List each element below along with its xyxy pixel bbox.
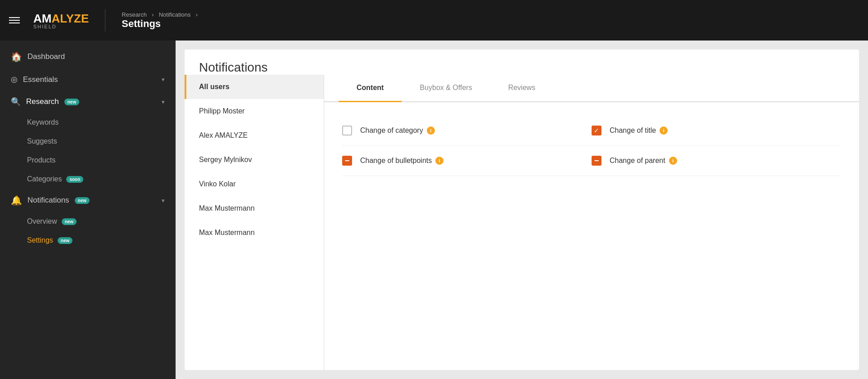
setting-row-category: Change of category i	[342, 116, 592, 146]
breadcrumb: Research › Notifications ›	[122, 11, 199, 18]
user-label-philipp: Philipp Moster	[199, 107, 244, 115]
setting-text-bulletpoints: Change of bulletpoints	[360, 157, 432, 165]
setting-label-parent: Change of parent i	[610, 157, 677, 165]
content-area: Notifications All users Philipp Moster A…	[176, 41, 868, 379]
info-icon-title[interactable]: i	[660, 126, 668, 135]
setting-text-title: Change of title	[610, 126, 656, 135]
bell-icon: 🔔	[11, 195, 22, 206]
tab-buybox-label: Buybox & Offers	[420, 84, 472, 91]
info-icon-bulletpoints[interactable]: i	[435, 157, 443, 165]
user-label-max1: Max Mustermann	[199, 204, 255, 212]
sidebar-label-suggests: Suggests	[27, 137, 57, 145]
main-layout: 🏠 Dashboard ◎ Essentials ▾ 🔍 Research ne…	[0, 41, 868, 379]
info-icon-category[interactable]: i	[427, 126, 435, 135]
tab-reviews-label: Reviews	[508, 84, 535, 91]
sidebar-label-overview: Overview	[27, 217, 57, 226]
sidebar-item-notifications[interactable]: 🔔 Notifications new ▾	[0, 189, 176, 212]
sidebar-label-keywords: Keywords	[27, 118, 59, 126]
page-title: Notifications	[199, 60, 845, 75]
sidebar-label-settings: Settings	[27, 236, 53, 244]
sidebar-item-dashboard[interactable]: 🏠 Dashboard	[0, 45, 176, 68]
setting-text-parent: Change of parent	[610, 157, 665, 165]
card-header: Notifications	[185, 50, 859, 75]
setting-row-parent: − Change of parent i	[592, 146, 841, 176]
tab-reviews[interactable]: Reviews	[490, 75, 553, 102]
topbar: AMALYZE SHIELD Research › Notifications …	[0, 0, 868, 41]
sidebar-item-overview[interactable]: Overview new	[0, 212, 176, 231]
chevron-down-icon-research: ▾	[162, 99, 165, 105]
checkbox-title[interactable]: ✓	[592, 126, 601, 135]
user-label-alex: Alex AMALYZE	[199, 131, 248, 139]
notifications-badge: new	[75, 197, 90, 204]
logo-shield: SHIELD	[33, 24, 57, 29]
user-item-sergey[interactable]: Sergey Mylnikov	[185, 148, 324, 172]
sidebar: 🏠 Dashboard ◎ Essentials ▾ 🔍 Research ne…	[0, 41, 176, 379]
user-label-all: All users	[199, 83, 230, 90]
sidebar-item-keywords[interactable]: Keywords	[0, 113, 176, 132]
topbar-divider	[105, 9, 105, 32]
user-label-max2: Max Mustermann	[199, 229, 255, 236]
sidebar-label-research: Research	[26, 97, 59, 106]
research-badge: new	[64, 99, 79, 105]
setting-row-title: ✓ Change of title i	[592, 116, 841, 146]
breadcrumb-area: Research › Notifications › Settings	[122, 11, 199, 30]
user-label-sergey: Sergey Mylnikov	[199, 156, 252, 163]
settings-badge: new	[58, 237, 72, 244]
logo: AMALYZE SHIELD	[33, 12, 89, 29]
menu-button[interactable]	[9, 17, 20, 23]
home-icon: 🏠	[11, 51, 22, 62]
logo-am: AM	[33, 12, 51, 25]
settings-panel: Content Buybox & Offers Reviews	[324, 75, 859, 370]
chevron-down-icon: ▾	[162, 76, 165, 83]
user-label-vinko: Vinko Kolar	[199, 180, 236, 188]
user-item-max2[interactable]: Max Mustermann	[185, 221, 324, 245]
overview-badge: new	[62, 218, 77, 225]
sidebar-label-notifications: Notifications	[27, 196, 69, 205]
setting-label-title: Change of title i	[610, 126, 668, 135]
checkbox-category[interactable]	[342, 126, 352, 135]
tab-content-label: Content	[357, 84, 384, 91]
user-item-philipp[interactable]: Philipp Moster	[185, 99, 324, 123]
sidebar-label-categories: Categories	[27, 175, 62, 183]
essentials-icon: ◎	[11, 75, 18, 84]
tabs-bar: Content Buybox & Offers Reviews	[324, 75, 859, 102]
sidebar-label-dashboard: Dashboard	[27, 52, 65, 61]
chevron-down-icon-notifications: ▾	[162, 197, 165, 204]
sidebar-item-essentials[interactable]: ◎ Essentials ▾	[0, 68, 176, 90]
sidebar-item-products[interactable]: Products	[0, 151, 176, 170]
card-body: All users Philipp Moster Alex AMALYZE Se…	[185, 75, 859, 370]
checkbox-parent[interactable]: −	[592, 156, 601, 166]
sidebar-item-suggests[interactable]: Suggests	[0, 132, 176, 151]
user-item-alex[interactable]: Alex AMALYZE	[185, 123, 324, 148]
sidebar-label-essentials: Essentials	[23, 75, 58, 84]
page-title-top: Settings	[122, 18, 199, 30]
categories-badge: soon	[66, 176, 83, 183]
checkbox-bulletpoints[interactable]: −	[342, 156, 352, 166]
setting-text-category: Change of category	[360, 126, 423, 135]
user-item-max1[interactable]: Max Mustermann	[185, 196, 324, 221]
setting-row-bulletpoints: − Change of bulletpoints i	[342, 146, 592, 176]
sidebar-item-settings[interactable]: Settings new	[0, 231, 176, 250]
tab-content[interactable]: Content	[339, 75, 402, 102]
tab-buybox[interactable]: Buybox & Offers	[402, 75, 490, 102]
search-icon: 🔍	[11, 97, 21, 107]
sidebar-item-research[interactable]: 🔍 Research new ▾	[0, 90, 176, 113]
user-item-vinko[interactable]: Vinko Kolar	[185, 172, 324, 196]
setting-label-bulletpoints: Change of bulletpoints i	[360, 157, 443, 165]
sidebar-item-categories[interactable]: Categories soon	[0, 170, 176, 189]
info-icon-parent[interactable]: i	[669, 157, 677, 165]
user-list: All users Philipp Moster Alex AMALYZE Se…	[185, 75, 324, 370]
setting-label-category: Change of category i	[360, 126, 435, 135]
settings-grid: Change of category i ✓ Change of title i	[324, 102, 859, 190]
sidebar-label-products: Products	[27, 156, 55, 164]
content-card: Notifications All users Philipp Moster A…	[185, 50, 859, 370]
user-item-all[interactable]: All users	[185, 75, 324, 99]
logo-alyze: ALYZE	[51, 12, 89, 25]
